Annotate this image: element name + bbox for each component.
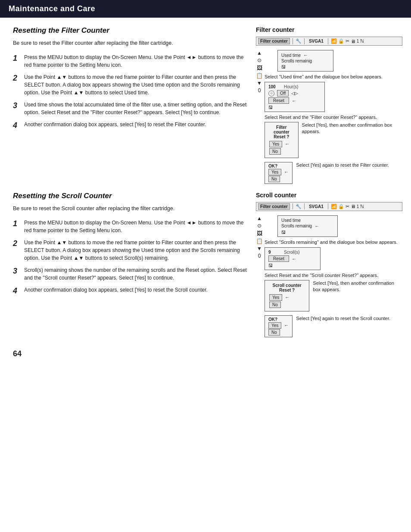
scroll-main-diagram: Used time Scrolls remainig ← 🖫 Select "S… xyxy=(265,212,402,338)
hours-box: 100 Hour(s) ○ Off ◁▷ Reset ← 🖫 xyxy=(265,82,325,112)
filter-reset-dialog: Filter counterReset ? Yes ← No xyxy=(265,122,299,158)
scroll-reset-dialog: Scroll counter Reset ? Yes ← No xyxy=(265,280,309,311)
scroll-reset-row: Reset ← xyxy=(268,255,317,262)
scroll-section-title: Resetting the Scroll Counter xyxy=(13,192,247,200)
scroll-yes-btn-1: Yes xyxy=(269,294,282,301)
reset-btn: Reset xyxy=(268,97,289,104)
scroll-svga1-label: SVGA1 xyxy=(309,204,324,209)
filter-left-col: Resetting the Filter Counter Be sure to … xyxy=(13,26,247,187)
scroll-icon-screen: 🖥 xyxy=(351,204,355,209)
step-text-1: Press the MENU button to display the On-… xyxy=(24,53,247,69)
scroll-caption-reset: Select Reset and the "Scroll counter Res… xyxy=(265,273,378,278)
select-used-time-caption: Select "Used time" and the dialogue box … xyxy=(265,73,402,80)
page-number: 64 xyxy=(0,345,411,360)
scroll-step-text-2: Use the Point ▲▼ buttons to move the red… xyxy=(24,239,247,262)
scroll-ok-box: OK? Yes ← No xyxy=(265,315,293,337)
scrolls-box: 9 Scroll(s) Reset ← 🖫 xyxy=(265,247,321,270)
scroll-step-text-4: Another confirmation dialog box appears,… xyxy=(24,286,208,294)
scroll-used-time-box: Used time Scrolls remainig ← 🖫 xyxy=(277,215,338,237)
reset-row: Reset ← xyxy=(268,97,321,104)
scroll-reset-confirm-area: Scroll counter Reset ? Yes ← No Select xyxy=(265,280,402,313)
scroll-right-col: Scroll counter Filter counter 🔧 SVGA1 📶 … xyxy=(256,192,402,341)
scroll-diagram-title: Scroll counter xyxy=(256,192,402,199)
reset-arrow: ← xyxy=(292,98,296,103)
scroll-ok-no-btn: No xyxy=(268,329,280,336)
filter-reset-confirm-area: Filter counterReset ? Yes ← No Select xyxy=(265,122,402,159)
scroll-icon-scissors: ✂ xyxy=(346,204,349,209)
icon-wifi: 📶 xyxy=(331,38,337,44)
filter-menu-bar: Filter counter 🔧 SVGA1 📶 🔒 ✂ 🖥 1 ℕ xyxy=(256,37,402,46)
hours-value: 100 xyxy=(268,84,281,89)
scroll-ok-no-row: No xyxy=(268,329,289,336)
hours-row: 100 Hour(s) xyxy=(268,84,321,90)
ok-no-btn: No xyxy=(268,176,280,182)
yes-arrow-1: ← xyxy=(285,141,290,146)
scrolls-remaining-row: Scrolls remainig xyxy=(281,58,330,64)
scroll-menu-icon-1: 🔧 xyxy=(296,204,302,209)
scroll-icon-n: ℕ xyxy=(360,204,364,209)
ok-yes-row: Yes ← xyxy=(268,168,289,176)
scroll-ok-yes-btn: Yes xyxy=(268,322,281,329)
left-icon-up: ▲ xyxy=(257,50,262,56)
scroll-disk-icon-2: 🖫 xyxy=(268,263,317,268)
step-number-2: 2 xyxy=(13,73,21,83)
scroll-menu-sep-2 xyxy=(304,203,305,209)
scroll-reset-arrow: ← xyxy=(292,256,296,261)
disk-icon-2: 🖫 xyxy=(268,105,321,110)
scroll-scrolls-remaining-label: Scrolls remainig xyxy=(281,224,312,228)
scrolls-value: 9 xyxy=(268,250,281,255)
menu-sep-3 xyxy=(328,38,328,44)
no-btn-1: No xyxy=(269,148,281,155)
page-header: Maintenance and Care xyxy=(0,0,411,18)
ok-yes-btn: Yes xyxy=(268,169,281,175)
scroll-diagram-1: ▲ ⊙ 🖼 📋 ▼ 0 Used time xyxy=(256,212,402,338)
off-row: ○ Off ◁▷ xyxy=(268,90,321,97)
scroll-ok-caption: Select [Yes] again to reset the Scroll c… xyxy=(296,315,390,322)
scroll-ok-yes-row: Yes ← xyxy=(268,322,289,329)
yes-btn-1: Yes xyxy=(269,141,282,147)
scrolls-row: 9 Scroll(s) xyxy=(268,249,317,255)
scroll-icon-lock: 🔒 xyxy=(338,204,344,209)
used-time-label: Used time xyxy=(281,53,301,58)
no-row-1: No xyxy=(269,148,294,155)
icon-scissors: ✂ xyxy=(346,38,349,44)
filter-ok-box: OK? Yes ← No xyxy=(265,162,293,184)
scroll-menu-sep-1 xyxy=(293,203,293,209)
filter-intro: Be sure to reset the Filter counter afte… xyxy=(13,39,247,47)
filter-section-title: Resetting the Filter Counter xyxy=(13,26,247,35)
filter-main-diagram: Used time ← Scrolls remainig 🖫 Select "U… xyxy=(265,47,402,185)
filter-step-3: 3 Used time shows the total accumulated … xyxy=(13,101,247,116)
filter-steps-list: 1 Press the MENU button to display the O… xyxy=(13,53,247,131)
scroll-left-icon-circle: ⊙ xyxy=(257,223,262,229)
scroll-ok-yes-arrow: ← xyxy=(284,323,289,328)
clock-icon: ○ xyxy=(268,90,274,96)
filter-section: Resetting the Filter Counter Be sure to … xyxy=(0,18,411,192)
select-reset-caption-area: Select Reset and the "Filter counter Res… xyxy=(265,114,402,121)
off-btn: Off xyxy=(277,90,289,96)
ok-box-area: OK? Yes ← No xyxy=(265,162,293,185)
hours-unit: Hour(s) xyxy=(284,84,298,89)
scroll-menu-bar: Filter counter 🔧 SVGA1 📶 🔒 ✂ 🖥 1 ℕ xyxy=(256,202,402,211)
scroll-used-time-row: Used time xyxy=(281,218,334,223)
step-text-3: Used time shows the total accumulated ti… xyxy=(24,101,247,116)
ok-title: OK? xyxy=(268,164,289,168)
scroll-left-icon-up: ▲ xyxy=(257,215,262,221)
step-number-3: 3 xyxy=(13,101,21,111)
scroll-step-4: 4 Another confirmation dialog box appear… xyxy=(13,286,247,296)
used-time-row: Used time ← xyxy=(281,52,330,58)
scroll-left-icon-img: 🖼 xyxy=(257,230,262,236)
step-number-1: 1 xyxy=(13,53,21,63)
scroll-left-icon-dn: ▼ xyxy=(257,246,262,252)
scroll-reset-btn: Reset xyxy=(268,255,289,262)
filter-step-1: 1 Press the MENU button to display the O… xyxy=(13,53,247,69)
scroll-remaining-arrow: ← xyxy=(314,224,319,229)
scroll-icon-wifi: 📶 xyxy=(331,204,337,209)
filter-side-note: Select [Yes], then another confirmation … xyxy=(302,122,402,135)
used-time-box-area: Used time ← Scrolls remainig 🖫 xyxy=(277,50,402,72)
scroll-ok-box-area: OK? Yes ← No xyxy=(265,315,293,338)
scroll-left-icon-doc: 📋 xyxy=(256,238,263,244)
icon-n: ℕ xyxy=(360,38,364,44)
icon-screen: 🖥 xyxy=(351,39,355,44)
icon-lock: 🔒 xyxy=(338,38,344,44)
step-text-2: Use the Point ▲▼ buttons to move the red… xyxy=(24,73,247,96)
